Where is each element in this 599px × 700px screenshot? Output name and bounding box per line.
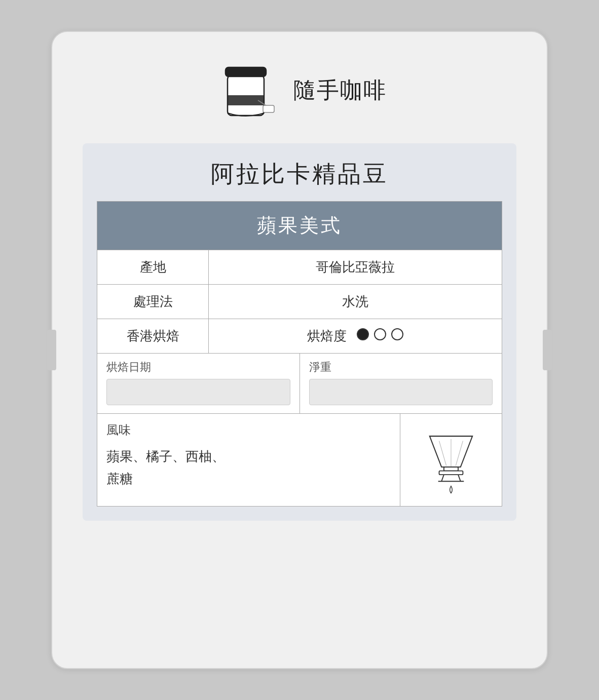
svg-rect-9 (439, 471, 463, 475)
origin-label: 產地 (97, 250, 209, 285)
product-name-row: 蘋果美式 (97, 202, 502, 250)
weight-input-box[interactable] (309, 379, 493, 405)
ridge-right (543, 330, 552, 370)
roast-dot-3 (391, 328, 403, 340)
flavor-cell: 風味 蘋果、橘子、西柚、蔗糖 (97, 414, 400, 506)
svg-rect-1 (226, 67, 266, 76)
process-value: 水洗 (209, 285, 502, 319)
roast-level-label: 烘焙度 (307, 328, 347, 343)
weight-cell: 淨重 (300, 354, 502, 413)
ridge-left (47, 330, 56, 370)
product-category: 阿拉比卡精品豆 (97, 159, 502, 190)
dripper-cell (400, 414, 502, 506)
date-weight-row: 烘焙日期 淨重 (97, 354, 502, 414)
roast-level-cell: 烘焙度 (209, 319, 502, 354)
weight-label: 淨重 (309, 360, 493, 375)
process-row: 處理法 水洗 (97, 285, 502, 319)
roast-dot-2 (374, 328, 386, 340)
origin-value: 哥倫比亞薇拉 (209, 250, 502, 285)
product-card: 隨手咖啡 阿拉比卡精品豆 蘋果美式 產地 哥倫比亞薇拉 處理法 水洗 (51, 31, 548, 669)
product-name-cell: 蘋果美式 (97, 202, 502, 250)
flavor-text: 蘋果、橘子、西柚、蔗糖 (106, 445, 391, 490)
origin-row: 產地 哥倫比亞薇拉 (97, 250, 502, 285)
header-section: 隨手咖啡 (83, 52, 516, 128)
svg-line-11 (458, 475, 461, 481)
roaster-label: 香港烘焙 (97, 319, 209, 354)
date-input-box[interactable] (106, 379, 290, 405)
date-label: 烘焙日期 (106, 360, 290, 375)
roast-row: 香港烘焙 烘焙度 (97, 319, 502, 354)
flavor-label: 風味 (106, 422, 391, 438)
date-cell: 烘焙日期 (97, 354, 300, 413)
dripper-icon (418, 422, 484, 498)
svg-rect-4 (263, 105, 274, 112)
process-label: 處理法 (97, 285, 209, 319)
info-table: 蘋果美式 產地 哥倫比亞薇拉 處理法 水洗 香港烘焙 烘焙度 (97, 201, 502, 354)
brand-title: 隨手咖啡 (293, 75, 387, 105)
coffee-cup-icon (212, 52, 278, 128)
roast-dot-1 (357, 328, 369, 340)
flavor-row: 風味 蘋果、橘子、西柚、蔗糖 (97, 414, 502, 507)
content-area: 阿拉比卡精品豆 蘋果美式 產地 哥倫比亞薇拉 處理法 水洗 (83, 143, 516, 521)
svg-rect-8 (444, 467, 458, 471)
roast-dots (357, 328, 403, 340)
svg-line-10 (441, 475, 444, 481)
